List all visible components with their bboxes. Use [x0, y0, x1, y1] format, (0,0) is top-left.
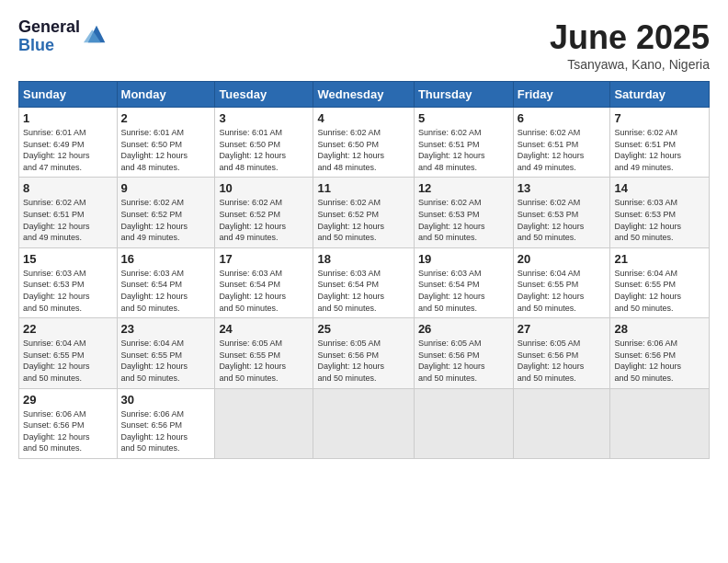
- day-number: 17: [219, 252, 309, 266]
- day-number: 25: [317, 322, 409, 336]
- logo-icon: [84, 21, 109, 47]
- calendar-cell: [513, 388, 610, 458]
- day-info: Sunrise: 6:02 AM Sunset: 6:51 PM Dayligh…: [418, 127, 509, 173]
- day-info: Sunrise: 6:06 AM Sunset: 6:56 PM Dayligh…: [121, 408, 211, 454]
- calendar-cell: 14Sunrise: 6:03 AM Sunset: 6:53 PM Dayli…: [610, 178, 710, 247]
- day-number: 15: [23, 252, 113, 266]
- calendar-cell: [215, 388, 313, 458]
- day-number: 8: [23, 181, 113, 195]
- day-info: Sunrise: 6:05 AM Sunset: 6:56 PM Dayligh…: [317, 338, 409, 384]
- day-number: 23: [121, 322, 211, 336]
- calendar-cell: 25Sunrise: 6:05 AM Sunset: 6:56 PM Dayli…: [313, 318, 414, 388]
- calendar-week-1: 1Sunrise: 6:01 AM Sunset: 6:49 PM Daylig…: [19, 108, 710, 178]
- day-info: Sunrise: 6:01 AM Sunset: 6:49 PM Dayligh…: [23, 127, 113, 173]
- day-info: Sunrise: 6:02 AM Sunset: 6:50 PM Dayligh…: [317, 127, 409, 173]
- day-info: Sunrise: 6:02 AM Sunset: 6:52 PM Dayligh…: [219, 197, 309, 243]
- day-number: 2: [121, 111, 211, 125]
- calendar-cell: 2Sunrise: 6:01 AM Sunset: 6:50 PM Daylig…: [117, 108, 215, 178]
- day-info: Sunrise: 6:03 AM Sunset: 6:54 PM Dayligh…: [121, 268, 211, 314]
- day-info: Sunrise: 6:02 AM Sunset: 6:52 PM Dayligh…: [317, 197, 409, 243]
- day-number: 1: [23, 111, 113, 125]
- day-number: 3: [219, 111, 309, 125]
- logo-blue-text: Blue: [18, 37, 80, 55]
- day-info: Sunrise: 6:03 AM Sunset: 6:54 PM Dayligh…: [317, 268, 409, 314]
- calendar-cell: 22Sunrise: 6:04 AM Sunset: 6:55 PM Dayli…: [19, 318, 118, 388]
- calendar-table: SundayMondayTuesdayWednesdayThursdayFrid…: [18, 81, 710, 459]
- weekday-header-thursday: Thursday: [414, 82, 513, 108]
- calendar-cell: 9Sunrise: 6:02 AM Sunset: 6:52 PM Daylig…: [117, 178, 215, 247]
- day-info: Sunrise: 6:05 AM Sunset: 6:56 PM Dayligh…: [518, 338, 607, 384]
- weekday-header-wednesday: Wednesday: [313, 82, 414, 108]
- day-number: 30: [121, 393, 211, 407]
- day-number: 19: [418, 252, 509, 266]
- day-number: 6: [518, 111, 607, 125]
- day-number: 21: [614, 252, 705, 266]
- calendar-cell: 27Sunrise: 6:05 AM Sunset: 6:56 PM Dayli…: [513, 318, 610, 388]
- calendar-cell: 7Sunrise: 6:02 AM Sunset: 6:51 PM Daylig…: [610, 108, 710, 178]
- calendar-cell: 10Sunrise: 6:02 AM Sunset: 6:52 PM Dayli…: [215, 178, 313, 247]
- calendar-cell: 28Sunrise: 6:06 AM Sunset: 6:56 PM Dayli…: [610, 318, 710, 388]
- calendar-cell: 21Sunrise: 6:04 AM Sunset: 6:55 PM Dayli…: [610, 247, 710, 317]
- day-info: Sunrise: 6:04 AM Sunset: 6:55 PM Dayligh…: [23, 338, 113, 384]
- day-number: 10: [219, 181, 309, 195]
- day-number: 13: [518, 181, 607, 195]
- page-header: General Blue June 2025 Tsanyawa, Kano, N…: [18, 18, 710, 72]
- day-number: 29: [23, 393, 113, 407]
- calendar-cell: 4Sunrise: 6:02 AM Sunset: 6:50 PM Daylig…: [313, 108, 414, 178]
- day-number: 27: [518, 322, 607, 336]
- day-number: 9: [121, 181, 211, 195]
- weekday-header-tuesday: Tuesday: [215, 82, 313, 108]
- calendar-week-5: 29Sunrise: 6:06 AM Sunset: 6:56 PM Dayli…: [19, 388, 710, 458]
- weekday-header-monday: Monday: [117, 82, 215, 108]
- day-info: Sunrise: 6:06 AM Sunset: 6:56 PM Dayligh…: [614, 338, 705, 384]
- logo: General Blue: [18, 18, 109, 55]
- location-text: Tsanyawa, Kano, Nigeria: [550, 57, 710, 72]
- day-info: Sunrise: 6:02 AM Sunset: 6:53 PM Dayligh…: [518, 197, 607, 243]
- calendar-cell: 24Sunrise: 6:05 AM Sunset: 6:55 PM Dayli…: [215, 318, 313, 388]
- day-info: Sunrise: 6:02 AM Sunset: 6:51 PM Dayligh…: [614, 127, 705, 173]
- day-info: Sunrise: 6:02 AM Sunset: 6:51 PM Dayligh…: [518, 127, 607, 173]
- day-info: Sunrise: 6:05 AM Sunset: 6:56 PM Dayligh…: [418, 338, 509, 384]
- day-number: 11: [317, 181, 409, 195]
- calendar-cell: 5Sunrise: 6:02 AM Sunset: 6:51 PM Daylig…: [414, 108, 513, 178]
- day-info: Sunrise: 6:04 AM Sunset: 6:55 PM Dayligh…: [518, 268, 607, 314]
- calendar-cell: 8Sunrise: 6:02 AM Sunset: 6:51 PM Daylig…: [19, 178, 118, 247]
- day-info: Sunrise: 6:02 AM Sunset: 6:51 PM Dayligh…: [23, 197, 113, 243]
- day-number: 14: [614, 181, 705, 195]
- calendar-week-4: 22Sunrise: 6:04 AM Sunset: 6:55 PM Dayli…: [19, 318, 710, 388]
- calendar-cell: 16Sunrise: 6:03 AM Sunset: 6:54 PM Dayli…: [117, 247, 215, 317]
- weekday-header-sunday: Sunday: [19, 82, 118, 108]
- weekday-header-saturday: Saturday: [610, 82, 710, 108]
- day-info: Sunrise: 6:03 AM Sunset: 6:54 PM Dayligh…: [418, 268, 509, 314]
- calendar-cell: [610, 388, 710, 458]
- calendar-cell: 23Sunrise: 6:04 AM Sunset: 6:55 PM Dayli…: [117, 318, 215, 388]
- day-number: 20: [518, 252, 607, 266]
- calendar-cell: 26Sunrise: 6:05 AM Sunset: 6:56 PM Dayli…: [414, 318, 513, 388]
- month-title: June 2025: [550, 18, 710, 57]
- calendar-cell: 13Sunrise: 6:02 AM Sunset: 6:53 PM Dayli…: [513, 178, 610, 247]
- day-info: Sunrise: 6:01 AM Sunset: 6:50 PM Dayligh…: [121, 127, 211, 173]
- calendar-cell: 17Sunrise: 6:03 AM Sunset: 6:54 PM Dayli…: [215, 247, 313, 317]
- day-info: Sunrise: 6:03 AM Sunset: 6:54 PM Dayligh…: [219, 268, 309, 314]
- day-number: 12: [418, 181, 509, 195]
- calendar-week-2: 8Sunrise: 6:02 AM Sunset: 6:51 PM Daylig…: [19, 178, 710, 247]
- day-info: Sunrise: 6:01 AM Sunset: 6:50 PM Dayligh…: [219, 127, 309, 173]
- day-info: Sunrise: 6:04 AM Sunset: 6:55 PM Dayligh…: [121, 338, 211, 384]
- calendar-body: 1Sunrise: 6:01 AM Sunset: 6:49 PM Daylig…: [19, 108, 710, 459]
- day-info: Sunrise: 6:06 AM Sunset: 6:56 PM Dayligh…: [23, 408, 113, 454]
- calendar-cell: [313, 388, 414, 458]
- calendar-cell: 15Sunrise: 6:03 AM Sunset: 6:53 PM Dayli…: [19, 247, 118, 317]
- day-number: 7: [614, 111, 705, 125]
- title-block: June 2025 Tsanyawa, Kano, Nigeria: [550, 18, 710, 72]
- calendar-cell: 6Sunrise: 6:02 AM Sunset: 6:51 PM Daylig…: [513, 108, 610, 178]
- calendar-cell: [414, 388, 513, 458]
- calendar-header-row: SundayMondayTuesdayWednesdayThursdayFrid…: [19, 82, 710, 108]
- calendar-cell: 11Sunrise: 6:02 AM Sunset: 6:52 PM Dayli…: [313, 178, 414, 247]
- calendar-cell: 18Sunrise: 6:03 AM Sunset: 6:54 PM Dayli…: [313, 247, 414, 317]
- day-number: 24: [219, 322, 309, 336]
- day-number: 18: [317, 252, 409, 266]
- day-info: Sunrise: 6:03 AM Sunset: 6:53 PM Dayligh…: [23, 268, 113, 314]
- calendar-cell: 3Sunrise: 6:01 AM Sunset: 6:50 PM Daylig…: [215, 108, 313, 178]
- calendar-cell: 30Sunrise: 6:06 AM Sunset: 6:56 PM Dayli…: [117, 388, 215, 458]
- day-number: 28: [614, 322, 705, 336]
